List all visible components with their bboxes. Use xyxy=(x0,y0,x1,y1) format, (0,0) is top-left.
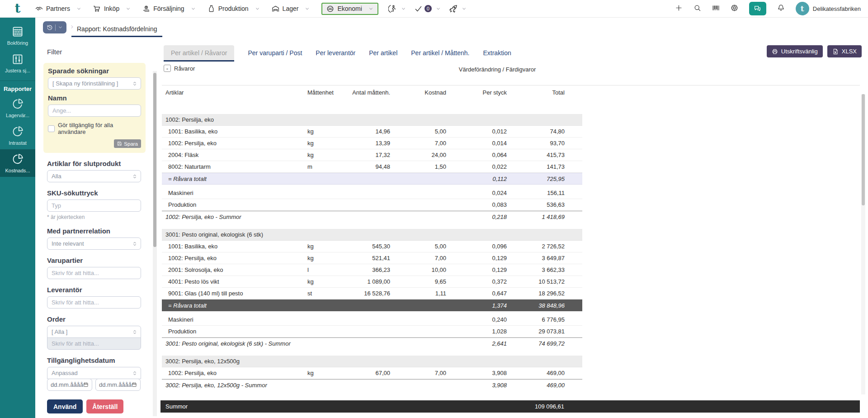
subtotal-row-highlighted[interactable]: = Råvara totalt1,37438 848,96 xyxy=(162,299,582,311)
collapse-raw-materials-button[interactable]: - xyxy=(164,65,171,72)
menu-label: Inköp xyxy=(104,5,119,12)
reset-button[interactable]: Återställ xyxy=(86,399,123,413)
partner-relation-label: Med partnerrelation xyxy=(47,227,160,235)
cell-per-styck: 0,096 xyxy=(446,243,507,250)
menu-item-forsaljning[interactable]: Försäljning xyxy=(142,5,195,13)
group-header-row[interactable]: 1002: Persilja, eko xyxy=(162,114,582,126)
menu-item-partners[interactable]: Partners xyxy=(35,5,81,13)
cell-total: 2 726,52 xyxy=(507,243,565,250)
apply-button[interactable]: Använd xyxy=(47,399,83,413)
item-row[interactable]: 1001: Basilika, ekokg545,305,000,0962 72… xyxy=(162,241,582,252)
avatar[interactable]: t xyxy=(796,2,809,15)
cost-row[interactable]: Produktion1,02829 073,81 xyxy=(162,326,582,337)
production-icon xyxy=(208,5,215,13)
item-row[interactable]: 2001: Solrosolja, ekol366,2310,000,1293 … xyxy=(162,264,582,276)
name-input[interactable] xyxy=(48,104,141,117)
navbar-right: t Delikatessfabriken xyxy=(675,2,868,15)
filter-scrollbar-thumb[interactable] xyxy=(153,73,156,247)
sidebar-item-bokforing[interactable]: Bokföring xyxy=(0,22,35,49)
menu-item-inkop[interactable]: Inköp xyxy=(93,5,131,13)
tab-per-leverantor[interactable]: Per leverantör xyxy=(316,45,355,57)
cell-mattenhet: st xyxy=(307,290,337,297)
availability-date-select[interactable]: Anpassad xyxy=(47,367,141,379)
item-row[interactable]: 4001: Pesto lös viktkg1 089,009,650,3721… xyxy=(162,276,582,288)
sku-input[interactable] xyxy=(47,200,141,212)
plus-button[interactable] xyxy=(675,4,683,14)
sidebar-item-kostnads[interactable]: Kostnads... xyxy=(0,149,35,177)
table-scrollbar-thumb[interactable] xyxy=(862,94,865,205)
tab-extraktion[interactable]: Extraktion xyxy=(483,45,511,57)
sub-header: Rapport: Kostnadsfördelning xyxy=(35,17,868,41)
print-friendly-label: Utskriftsvänlig xyxy=(781,48,818,55)
menu-item-ekonomi[interactable]: Ekonomi xyxy=(321,3,378,15)
xlsx-export-button[interactable]: XLSX xyxy=(827,45,862,57)
cost-row[interactable]: Produktion0,083536,63 xyxy=(162,199,582,211)
summary-row[interactable]: 3002: Persilja, eko, 12x500g - Summor3,9… xyxy=(162,379,582,391)
item-row[interactable]: 1001: Basilika, ekokg14,965,000,01274,80 xyxy=(162,126,582,138)
tab-per-artikel-ravaror[interactable]: Per artikel / Råvaror xyxy=(164,45,234,62)
app-logo[interactable]: t xyxy=(0,1,35,16)
search-button[interactable] xyxy=(693,4,701,14)
filter-scrollbar[interactable] xyxy=(153,71,157,416)
cell-antal-mattenh: 521,41 xyxy=(337,255,390,261)
sidebar-item-lagervar[interactable]: Lagervär... xyxy=(0,94,35,122)
report-toolbar: Utskriftsvänlig XLSX xyxy=(767,45,862,57)
page-tab[interactable]: Rapport: Kostnadsfördelning xyxy=(71,22,162,37)
supplier-input[interactable] xyxy=(47,296,141,309)
item-row[interactable]: 2004: Fläskkg17,3224,000,064415,73 xyxy=(162,149,582,161)
save-button[interactable]: Spara xyxy=(114,139,141,148)
account-menu[interactable]: t Delikatessfabriken xyxy=(796,2,861,15)
settings-button[interactable] xyxy=(731,4,738,14)
order-select[interactable]: [ Alla ] xyxy=(47,326,141,338)
cell-mattenhet: l xyxy=(307,266,337,273)
save-icon xyxy=(117,141,122,146)
tab-per-artikel-mattenh[interactable]: Per artikel / Måttenh. xyxy=(411,45,469,57)
summary-row[interactable]: 3001: Pesto original, ekologisk (6 stk) … xyxy=(162,337,582,349)
date-from-input[interactable]: dd.mm.åååå xyxy=(47,379,92,391)
saved-searches-select[interactable]: [ Skapa ny förinställning ] xyxy=(48,77,141,90)
tab-per-artikel[interactable]: Per artikel xyxy=(369,45,397,57)
history-button[interactable] xyxy=(43,21,66,33)
group-header-row[interactable]: 3001: Pesto original, ekologisk (6 stk) xyxy=(162,229,582,241)
lots-input[interactable] xyxy=(47,267,141,279)
tab-per-varuparti-post[interactable]: Per varuparti / Post xyxy=(248,45,302,57)
quick-check-icon[interactable]: 0 xyxy=(414,5,441,13)
item-row[interactable]: 1002: Persilja, ekokg13,397,000,01493,70 xyxy=(162,138,582,149)
group-label: 3001: Pesto original, ekologisk (6 stk) xyxy=(162,231,307,238)
order-search-input[interactable] xyxy=(47,337,141,350)
column-header-total: Total xyxy=(507,89,565,96)
subtotal-row[interactable]: = Råvara totalt0,112725,95 xyxy=(162,173,582,185)
quick-rocket-icon[interactable] xyxy=(449,5,467,13)
item-row[interactable]: 9001: Glas (140 ml) till pestost16 528,7… xyxy=(162,288,582,299)
menu-item-lager[interactable]: Lager xyxy=(272,5,310,13)
date-to-placeholder: dd.mm.åååå xyxy=(99,381,132,388)
partner-relation-select[interactable]: Inte relevant xyxy=(47,238,141,250)
item-row[interactable]: 1002: Persilja, ekokg67,007,003,908469,0… xyxy=(162,367,582,379)
bell-button[interactable] xyxy=(777,4,785,14)
print-friendly-button[interactable]: Utskriftsvänlig xyxy=(767,45,823,57)
item-row[interactable]: 1002: Persilja, ekokg521,417,000,1293 64… xyxy=(162,252,582,264)
item-row[interactable]: 8002: Naturtarmm94,481,500,022141,73 xyxy=(162,161,582,173)
cost-row[interactable]: Maskineri0,024156,11 xyxy=(162,187,582,199)
cell-total: 469,00 xyxy=(507,382,565,389)
barcode-button[interactable] xyxy=(712,4,720,14)
summary-row[interactable]: 1002: Persilja, eko - Summor0,2181 418,6… xyxy=(162,211,582,223)
cell-artiklar: 1001: Basilika, eko xyxy=(162,243,307,250)
date-to-input[interactable]: dd.mm.åååå xyxy=(95,379,141,391)
sales-icon xyxy=(142,5,150,13)
end-product-select[interactable]: Alla xyxy=(47,170,141,182)
sidebar-item-intrastat[interactable]: Intrastat xyxy=(0,122,35,149)
filter-panel: Filter Sparade sökningar [ Skapa ny föri… xyxy=(35,41,160,418)
save-button-label: Spara xyxy=(124,141,138,147)
chat-button[interactable] xyxy=(749,2,766,15)
chevrons-up-down-icon xyxy=(132,329,137,335)
menu-item-produktion[interactable]: Produktion xyxy=(208,5,260,13)
group-header-row[interactable]: 3002: Persilja, eko, 12x500g xyxy=(162,356,582,367)
calendar-icon[interactable] xyxy=(132,382,137,388)
table-scrollbar[interactable] xyxy=(861,94,865,394)
quick-runner-icon[interactable] xyxy=(388,5,406,13)
cost-row[interactable]: Maskineri0,2406 776,95 xyxy=(162,314,582,326)
share-all-users-checkbox[interactable] xyxy=(48,125,55,132)
sidebar-item-justera-sj[interactable]: Justera sj... xyxy=(0,49,35,77)
calendar-icon[interactable] xyxy=(83,382,89,388)
